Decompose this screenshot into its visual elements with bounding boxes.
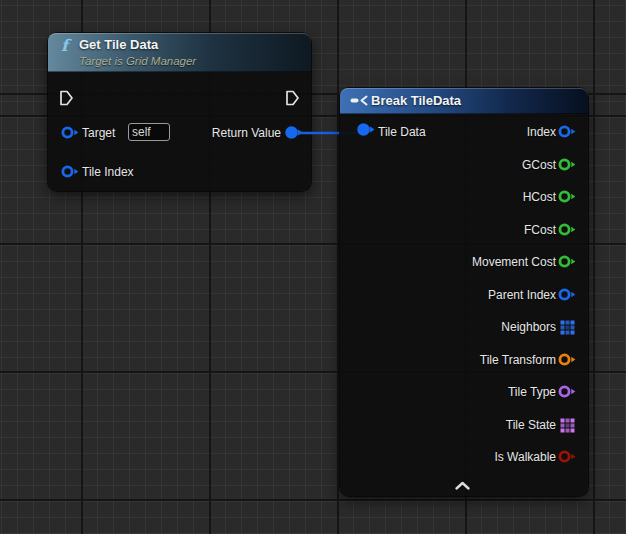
tile-index-pin[interactable] — [60, 164, 81, 179]
node-title: Break TileData — [371, 93, 461, 108]
index-pin[interactable] — [557, 124, 578, 139]
node-title: Get Tile Data — [79, 37, 158, 52]
tile-transform-pin[interactable] — [557, 352, 578, 367]
blueprint-editor: f Get Tile Data Target is Grid Manager T… — [0, 0, 626, 534]
hcost-pin-label: HCost — [523, 187, 556, 207]
function-icon: f — [61, 38, 68, 54]
target-pin-label: Target — [82, 123, 115, 143]
is-walkable-pin-label: Is Walkable — [494, 447, 556, 467]
exec-out-pin[interactable] — [285, 89, 300, 107]
gcost-pin[interactable] — [557, 157, 578, 172]
node-get-tile-data[interactable]: f Get Tile Data Target is Grid Manager T… — [48, 33, 311, 191]
tile-type-pin-label: Tile Type — [508, 382, 556, 402]
collapse-node-button[interactable] — [453, 479, 471, 490]
tile-state-pin-label: Tile State — [506, 415, 556, 435]
node-header[interactable]: Break TileData — [340, 88, 588, 114]
neighbors-array-pin[interactable] — [560, 320, 575, 335]
target-pin[interactable] — [60, 125, 81, 140]
gcost-pin-label: GCost — [522, 155, 556, 175]
parent-index-pin[interactable] — [557, 287, 578, 302]
tile-state-array-pin[interactable] — [560, 418, 575, 433]
exec-in-pin[interactable] — [59, 89, 74, 107]
tile-data-pin-label: Tile Data — [378, 122, 426, 142]
tile-type-pin[interactable] — [557, 384, 578, 399]
index-pin-label: Index — [527, 122, 556, 142]
tile-data-pin[interactable] — [356, 122, 377, 137]
is-walkable-pin[interactable] — [557, 449, 578, 464]
chevron-up-icon — [454, 481, 471, 491]
fcost-pin-label: FCost — [524, 220, 556, 240]
movement-cost-pin[interactable] — [557, 254, 578, 269]
target-self-input[interactable] — [128, 123, 170, 141]
node-subtitle: Target is Grid Manager — [79, 55, 196, 67]
hcost-pin[interactable] — [557, 189, 578, 204]
neighbors-pin-label: Neighbors — [501, 317, 556, 337]
break-struct-icon — [349, 94, 369, 107]
return-value-pin-label: Return Value — [212, 123, 281, 143]
tile-transform-pin-label: Tile Transform — [480, 350, 556, 370]
tile-index-pin-label: Tile Index — [82, 162, 134, 182]
parent-index-pin-label: Parent Index — [488, 285, 556, 305]
node-header[interactable]: f Get Tile Data Target is Grid Manager — [48, 33, 311, 72]
movement-cost-pin-label: Movement Cost — [472, 252, 556, 272]
fcost-pin[interactable] — [557, 222, 578, 237]
node-break-tiledata[interactable]: Break TileData Tile Data Index GCost HCo… — [340, 88, 588, 496]
